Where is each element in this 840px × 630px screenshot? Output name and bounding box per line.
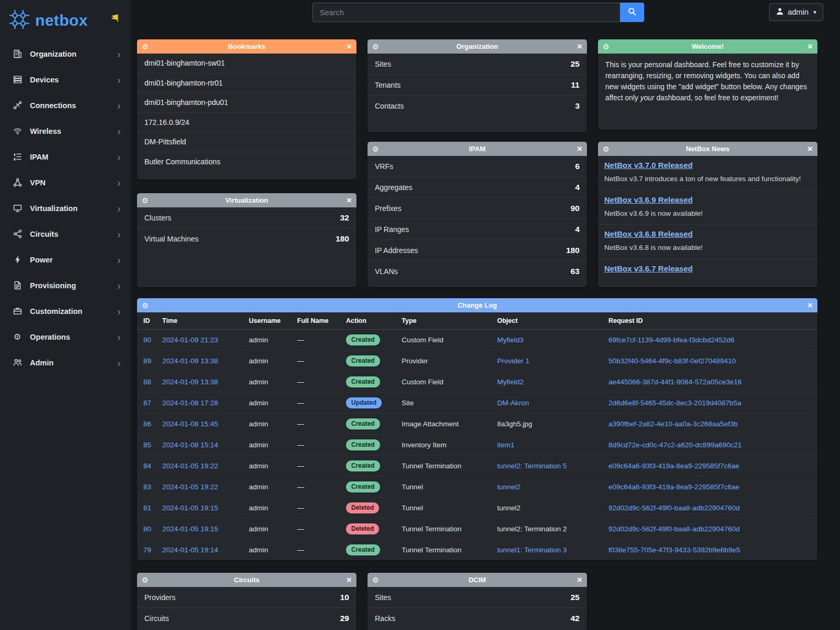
widget-close-icon[interactable]: × <box>807 301 813 310</box>
search-button[interactable] <box>620 3 644 22</box>
widget-config-icon[interactable]: ⚙ <box>372 145 379 153</box>
stat-value[interactable]: 4 <box>575 225 580 234</box>
request-id-link[interactable]: 50b32f40-5464-4f9c-b83f-0ef270489410 <box>608 357 736 365</box>
widget-config-icon[interactable]: ⚙ <box>372 576 379 584</box>
widget-config-icon[interactable]: ⚙ <box>603 145 610 153</box>
widget-config-icon[interactable]: ⚙ <box>142 302 149 309</box>
stat-value[interactable]: 90 <box>571 204 580 213</box>
widget-close-icon[interactable]: × <box>577 42 582 51</box>
change-time-link[interactable]: 2024-01-08 15:14 <box>162 441 218 449</box>
stat-value[interactable]: 63 <box>571 267 580 276</box>
change-time-link[interactable]: 2024-01-05 19:14 <box>162 546 218 554</box>
request-id-link[interactable]: 92d02d9c-562f-49f0-baa8-adb22904760d <box>608 525 740 533</box>
bookmark-item[interactable]: dmi01-binghamton-rtr01 <box>137 74 356 93</box>
widget-config-icon[interactable]: ⚙ <box>142 43 149 50</box>
sidebar-item-admin[interactable]: Admin› <box>0 350 131 375</box>
bookmark-item[interactable]: Butler Communications <box>137 152 356 172</box>
change-id-link[interactable]: 88 <box>143 378 151 386</box>
change-id-link[interactable]: 90 <box>143 336 151 344</box>
object-link[interactable]: tunnel2 <box>497 483 520 491</box>
request-id-link[interactable]: a390fbef-2a82-4e10-aa0a-3c268aa5ef3b <box>608 420 738 428</box>
change-time-link[interactable]: 2024-01-09 13:38 <box>162 357 218 365</box>
sidebar-item-circuits[interactable]: Circuits› <box>0 221 131 247</box>
change-time-link[interactable]: 2024-01-09 13:38 <box>162 378 218 386</box>
object-link[interactable]: Provider 1 <box>497 357 530 365</box>
sidebar-item-operations[interactable]: ⚙Operations› <box>0 324 131 350</box>
request-id-link[interactable]: 92d02d9c-562f-49f0-baa8-adb22904760d <box>608 504 740 512</box>
change-id-link[interactable]: 86 <box>143 420 151 428</box>
request-id-link[interactable]: 8d9cd72e-cd0c-47c2-a620-dc899a690c21 <box>608 441 742 449</box>
news-headline-link[interactable]: NetBox v3.6.9 Released <box>604 195 692 204</box>
sidebar-item-virtualization[interactable]: Virtualization› <box>0 195 131 221</box>
widget-close-icon[interactable]: × <box>577 144 582 153</box>
object-link[interactable]: tunnel1: Termination 3 <box>497 546 567 554</box>
change-id-link[interactable]: 79 <box>143 546 151 554</box>
sidebar-item-customization[interactable]: Customization› <box>0 298 131 324</box>
request-id-link[interactable]: e09c64a6-93f3-419a-8ea9-229585f7c6ae <box>608 462 739 470</box>
stat-value[interactable]: 32 <box>340 213 349 223</box>
widget-close-icon[interactable]: × <box>577 575 582 584</box>
stat-value[interactable]: 3 <box>575 101 580 111</box>
request-id-link[interactable]: f038e755-705e-47f3-9433-5392b9e6b9e5 <box>608 546 740 554</box>
change-time-link[interactable]: 2024-01-05 19:15 <box>162 504 218 512</box>
news-headline-link[interactable]: NetBox v3.6.7 Released <box>604 264 692 273</box>
change-id-link[interactable]: 84 <box>143 462 151 470</box>
change-time-link[interactable]: 2024-01-05 19:22 <box>162 483 218 491</box>
user-menu[interactable]: admin ▾ <box>769 3 823 21</box>
change-time-link[interactable]: 2024-01-05 19:22 <box>162 462 218 470</box>
change-id-link[interactable]: 85 <box>143 441 151 449</box>
change-time-link[interactable]: 2024-01-09 21:23 <box>162 336 218 344</box>
stat-value[interactable]: 4 <box>575 183 580 192</box>
widget-config-icon[interactable]: ⚙ <box>142 197 149 204</box>
sidebar-item-ipam[interactable]: IPAM› <box>0 144 131 170</box>
widget-config-icon[interactable]: ⚙ <box>372 43 379 50</box>
bookmark-item[interactable]: DM-Pittsfield <box>137 132 356 152</box>
request-id-link[interactable]: e09c64a6-93f3-419a-8ea9-229585f7c6ae <box>608 483 739 491</box>
object-link[interactable]: DM-Akron <box>497 399 529 407</box>
bookmark-item[interactable]: 172.16.0.9/24 <box>137 113 356 133</box>
object-link[interactable]: tunnel2: Termination 5 <box>497 462 567 470</box>
widget-config-icon[interactable]: ⚙ <box>142 576 149 584</box>
change-id-link[interactable]: 80 <box>143 525 151 533</box>
sidebar-item-power[interactable]: Power› <box>0 247 131 272</box>
widget-close-icon[interactable]: × <box>807 42 813 51</box>
search-input[interactable] <box>312 3 620 22</box>
change-time-link[interactable]: 2024-01-08 15:45 <box>162 420 218 428</box>
request-id-link[interactable]: 2d6d6e8f-5465-45dc-8ec3-2019d4087b5a <box>608 399 741 407</box>
sidebar-item-organization[interactable]: Organization› <box>0 41 131 67</box>
stat-value[interactable]: 42 <box>571 614 580 623</box>
sidebar-item-provisioning[interactable]: Provisioning› <box>0 272 131 298</box>
sidebar-item-devices[interactable]: Devices› <box>0 67 131 92</box>
request-id-link[interactable]: ae445066-387d-44f1-9084-572a05ce3e16 <box>608 378 742 386</box>
change-time-link[interactable]: 2024-01-08 17:28 <box>162 399 218 407</box>
stat-value[interactable]: 180 <box>566 246 580 255</box>
stat-value[interactable]: 11 <box>571 80 580 90</box>
request-id-link[interactable]: 69fce7cf-1139-4d99-bfea-f3dcbd2452d6 <box>608 336 734 344</box>
stat-value[interactable]: 180 <box>335 234 349 244</box>
stat-value[interactable]: 10 <box>340 593 349 602</box>
bookmark-item[interactable]: dmi01-binghamton-pdu01 <box>137 93 356 113</box>
widget-close-icon[interactable]: × <box>807 144 813 153</box>
bookmark-item[interactable]: dmi01-binghamton-sw01 <box>137 54 356 74</box>
widget-close-icon[interactable]: × <box>346 196 352 205</box>
stat-value[interactable]: 6 <box>575 162 580 171</box>
change-id-link[interactable]: 89 <box>143 357 151 365</box>
change-time-link[interactable]: 2024-01-05 19:15 <box>162 525 218 533</box>
sidebar-item-vpn[interactable]: VPN› <box>0 170 131 195</box>
object-link[interactable]: item1 <box>497 441 514 449</box>
widget-close-icon[interactable]: × <box>346 42 352 51</box>
stat-value[interactable]: 25 <box>571 59 580 69</box>
sidebar-item-connections[interactable]: Connections› <box>0 92 131 118</box>
widget-config-icon[interactable]: ⚙ <box>603 43 610 50</box>
sidebar-item-wireless[interactable]: Wireless› <box>0 118 131 144</box>
news-headline-link[interactable]: NetBox v3.6.8 Released <box>604 229 692 238</box>
object-link[interactable]: Myfield2 <box>497 378 523 386</box>
object-link[interactable]: Myfield3 <box>497 336 523 344</box>
logo-row[interactable]: netbox <box>0 0 131 41</box>
news-headline-link[interactable]: NetBox v3.7.0 Released <box>604 161 692 170</box>
stat-value[interactable]: 25 <box>571 593 580 602</box>
change-id-link[interactable]: 87 <box>143 399 151 407</box>
change-id-link[interactable]: 83 <box>143 483 151 491</box>
stat-value[interactable]: 29 <box>340 614 349 623</box>
change-id-link[interactable]: 81 <box>143 504 151 512</box>
